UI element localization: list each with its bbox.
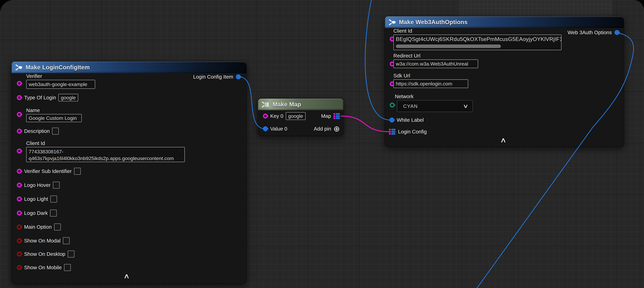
chevron-up-icon: ∧: [500, 136, 506, 144]
node-title-bar[interactable]: Make Map: [258, 99, 343, 110]
pin-label-type-of-login: Type Of Login: [24, 95, 56, 101]
pin-label-login-config-item: Login Config Item: [193, 74, 233, 80]
wire-map-to-loginconfig[interactable]: [341, 116, 389, 132]
field-key-0[interactable]: google: [286, 112, 306, 120]
collapse-button[interactable]: ∧: [123, 272, 130, 280]
node-title-bar[interactable]: Make Web3AuthOptions: [385, 17, 624, 28]
pin-label-key-0: Key 0: [270, 113, 284, 119]
checkbox-show-on-modal[interactable]: [63, 237, 70, 244]
pin-label-name: Name: [26, 107, 82, 114]
pin-label-client-id: Client Id: [26, 140, 185, 147]
field-sdk-url[interactable]: https://sdk.openlogin.com: [393, 79, 468, 88]
pin-label-login-config: Login Config: [398, 129, 427, 135]
pin-white-label[interactable]: [390, 118, 394, 123]
pin-label-show-on-desktop: Show On Desktop: [24, 251, 65, 257]
field-type-of-login[interactable]: google: [58, 94, 78, 101]
graph-canvas[interactable]: Make LoginConfigItem Login Config Item V…: [0, 0, 644, 288]
pin-label-logo-light: Logo Light: [24, 196, 48, 202]
pin-key-0[interactable]: [263, 114, 268, 119]
pin-label-redirect-url: Redirect Url: [393, 52, 478, 59]
pin-verifier-sub-identifier[interactable]: [17, 169, 22, 174]
pin-label-show-on-mobile: Show On Mobile: [24, 264, 62, 270]
node-title: Make Map: [272, 101, 301, 108]
node-title-bar[interactable]: Make LoginConfigItem: [12, 62, 246, 73]
chevron-up-icon: ∧: [123, 272, 130, 280]
pin-label-sdk-url: Sdk Url: [393, 72, 468, 79]
node-make-map[interactable]: Make Map Key 0 google Map Value 0 Add pi…: [258, 99, 343, 136]
pin-label-verifier: Verifier: [26, 73, 95, 80]
pin-label-logo-hover: Logo Hover: [24, 182, 50, 188]
pin-logo-light[interactable]: [17, 196, 22, 201]
add-pin-label: Add pin: [314, 126, 331, 132]
pin-type-of-login[interactable]: [17, 95, 22, 100]
field-client-id[interactable]: 774338308167- q463s7kpvja16l4l0kko3nb925…: [26, 147, 185, 162]
checkbox-logo-hover[interactable]: [53, 182, 60, 189]
make-map-icon: [262, 101, 270, 108]
pin-label-main-option: Main Option: [24, 224, 52, 230]
collapse-button[interactable]: ∧: [500, 136, 506, 144]
field-scrollbar[interactable]: [396, 45, 501, 48]
checkbox-description[interactable]: [52, 128, 59, 135]
field-client-id-text: BEglQSgt4cUWcj6SKRdu5QkOXTsePmMcusG5EAoy…: [396, 36, 562, 42]
pin-logo-hover[interactable]: [17, 183, 22, 188]
pin-show-on-mobile[interactable]: [17, 265, 22, 270]
pin-map-output[interactable]: [334, 113, 340, 119]
pin-network[interactable]: [390, 103, 395, 108]
pin-label-value-0: Value 0: [270, 126, 287, 132]
field-redirect-url[interactable]: w3a://com.w3a.Web3AuthUnreal: [393, 59, 478, 68]
checkbox-show-on-mobile[interactable]: [64, 264, 71, 271]
pin-logo-dark[interactable]: [17, 211, 22, 215]
pin-label-white-label: White Label: [397, 117, 424, 123]
node-make-loginconfigitem[interactable]: Make LoginConfigItem Login Config Item V…: [12, 62, 246, 283]
pin-main-option[interactable]: [17, 224, 22, 229]
pin-login-config[interactable]: [389, 129, 396, 135]
pin-name[interactable]: [17, 112, 22, 117]
pin-description[interactable]: [17, 129, 22, 134]
add-pin-button[interactable]: Add pin ⊕: [314, 125, 340, 132]
network-dropdown[interactable]: CYAN ∨: [397, 100, 473, 112]
checkbox-logo-dark[interactable]: [50, 210, 57, 217]
pin-label-verifier-sub-identifier: Verifier Sub Identifier: [24, 168, 72, 174]
node-make-web3authoptions[interactable]: Make Web3AuthOptions Web 3Auth Options C…: [385, 17, 624, 147]
pin-label-network: Network: [395, 93, 473, 100]
pin-show-on-modal[interactable]: [17, 238, 22, 243]
network-dropdown-value: CYAN: [397, 103, 418, 109]
checkbox-show-on-desktop[interactable]: [68, 250, 74, 257]
node-title: Make LoginConfigItem: [26, 64, 90, 71]
pin-show-on-desktop[interactable]: [17, 251, 22, 256]
pin-label-logo-dark: Logo Dark: [24, 210, 48, 216]
pin-label-description: Description: [24, 128, 50, 134]
field-name[interactable]: Google Custom Login: [26, 114, 82, 122]
checkbox-verifier-sub-identifier[interactable]: [74, 168, 81, 175]
pin-label-client-id: Client Id: [393, 28, 562, 34]
pin-verifier[interactable]: [17, 81, 22, 86]
pin-label-show-on-modal: Show On Modal: [24, 238, 60, 244]
add-pin-icon: ⊕: [334, 125, 340, 133]
pin-label-map-output: Map: [321, 113, 331, 119]
pin-client-id[interactable]: [17, 149, 22, 154]
node-title: Make Web3AuthOptions: [399, 19, 468, 26]
checkbox-logo-light[interactable]: [50, 195, 57, 202]
chevron-down-icon: ∨: [463, 103, 468, 109]
make-struct-icon: [15, 64, 23, 71]
pin-label-web3auth-options: Web 3Auth Options: [568, 30, 612, 36]
checkbox-main-option[interactable]: [54, 223, 61, 230]
field-client-id[interactable]: BEglQSgt4cUWcj6SKRdu5QkOXTsePmMcusG5EAoy…: [393, 35, 562, 50]
make-struct-icon: [388, 19, 396, 26]
field-verifier[interactable]: web3auth-google-example: [26, 80, 95, 89]
